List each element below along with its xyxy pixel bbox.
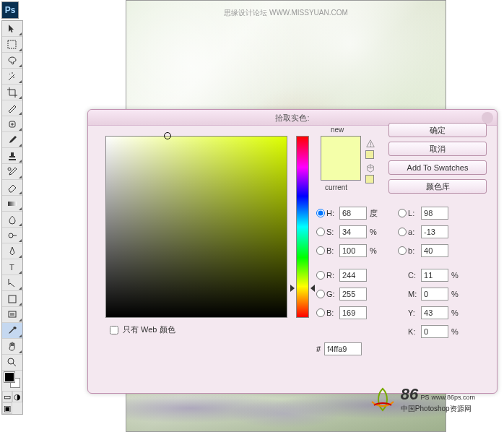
heal-tool[interactable]	[2, 116, 22, 132]
k-input[interactable]	[421, 325, 448, 338]
m-input[interactable]	[421, 288, 448, 301]
b-label: B:	[326, 246, 339, 255]
g-input[interactable]	[339, 288, 367, 301]
a-input[interactable]	[421, 225, 448, 238]
gamut-warning-icon[interactable]: !	[365, 139, 375, 149]
brush-tool[interactable]	[2, 132, 22, 148]
current-color-label: current	[325, 183, 347, 191]
quickmask-mode-icon[interactable]: ◑	[12, 391, 22, 402]
blur-tool[interactable]	[2, 212, 22, 228]
type-tool[interactable]: T	[2, 259, 22, 275]
canvas-watermark: 思缘设计论坛 WWW.MISSYUAN.COM	[224, 8, 348, 18]
path-tool[interactable]	[2, 275, 22, 291]
marquee-tool[interactable]	[2, 37, 22, 53]
hex-row: #	[316, 342, 362, 355]
r-radio[interactable]	[316, 271, 325, 280]
g-radio[interactable]	[316, 290, 325, 298]
color-library-button[interactable]: 颜色库	[388, 179, 487, 194]
stamp-tool[interactable]	[2, 148, 22, 164]
m-unit: %	[451, 290, 467, 298]
dodge-tool[interactable]	[2, 228, 22, 243]
move-tool[interactable]	[2, 21, 22, 37]
add-swatch-button[interactable]: Add To Swatches	[388, 160, 487, 175]
eraser-tool[interactable]	[2, 180, 22, 196]
color-field-cursor	[164, 132, 171, 139]
watermark-sub: 中国Photoshop资源网	[401, 404, 475, 414]
slice-tool[interactable]	[2, 100, 22, 116]
b-radio[interactable]	[316, 246, 325, 255]
color-fields: H:度 S:% B:% R: G: B: L: a: b: C:% M:% Y:…	[316, 204, 490, 341]
cancel-button[interactable]: 取消	[388, 142, 487, 156]
b-unit: %	[370, 246, 386, 255]
r-input[interactable]	[339, 269, 367, 282]
c-input[interactable]	[421, 269, 448, 282]
toolbar: T ▭ ◑ ▣	[1, 20, 23, 415]
hand-tool[interactable]	[2, 339, 22, 355]
bl-radio[interactable]	[316, 308, 325, 317]
s-label: S:	[326, 228, 339, 236]
crop-tool[interactable]	[2, 85, 22, 100]
websafe-swatch[interactable]	[365, 175, 374, 183]
app-logo: Ps	[1, 1, 19, 19]
hex-input[interactable]	[324, 342, 362, 355]
web-only-checkbox[interactable]: 只有 Web 颜色	[110, 324, 175, 335]
l-label: L:	[408, 209, 421, 217]
s-input[interactable]	[339, 225, 367, 238]
screen-mode-icon[interactable]: ▣	[2, 402, 12, 414]
c-label: C:	[408, 271, 421, 280]
wand-tool[interactable]	[2, 69, 22, 85]
watermark-logo-icon	[368, 385, 397, 414]
hex-label: #	[316, 345, 321, 353]
watermark-86ps: 86 PS www.86ps.com 中国Photoshop资源网	[368, 385, 475, 414]
gamut-swatch[interactable]	[365, 150, 374, 159]
shape-tool[interactable]	[2, 291, 22, 307]
watermark-86: 86	[401, 385, 418, 403]
s-radio[interactable]	[316, 228, 325, 236]
l-input[interactable]	[421, 207, 448, 220]
g-label: G:	[326, 290, 339, 298]
hue-slider-thumb[interactable]	[292, 285, 313, 292]
lb-input[interactable]	[421, 244, 448, 257]
foreground-color[interactable]	[4, 372, 14, 382]
close-icon[interactable]	[482, 112, 493, 124]
lb-radio[interactable]	[398, 246, 407, 255]
web-only-label: 只有 Web 颜色	[123, 324, 175, 335]
bl-label: B:	[326, 308, 339, 317]
lasso-tool[interactable]	[2, 53, 22, 69]
svg-rect-0	[8, 40, 16, 48]
svg-rect-6	[9, 295, 16, 303]
h-radio[interactable]	[316, 209, 325, 217]
watermark-url: www.86ps.com	[431, 394, 475, 401]
svg-rect-3	[8, 202, 17, 206]
m-label: M:	[408, 290, 421, 298]
zoom-tool[interactable]	[2, 355, 22, 371]
k-unit: %	[451, 327, 467, 336]
websafe-warning-icon[interactable]	[365, 163, 375, 173]
dialog-buttons: 确定 取消 Add To Swatches 颜色库	[388, 123, 487, 194]
color-preview	[321, 136, 361, 181]
lb-label: b:	[408, 246, 421, 255]
r-label: R:	[326, 271, 339, 280]
watermark-ps: PS	[420, 394, 429, 401]
color-picker-dialog: 拾取实色: new current ! 确定 取消 Add To Swatche…	[87, 109, 498, 394]
new-color-label: new	[331, 126, 344, 134]
color-field[interactable]	[105, 136, 287, 318]
bl-input[interactable]	[339, 306, 367, 319]
gradient-tool[interactable]	[2, 196, 22, 212]
standard-mode-icon[interactable]: ▭	[2, 391, 12, 402]
svg-point-8	[8, 358, 14, 364]
b-input[interactable]	[339, 244, 367, 257]
pen-tool[interactable]	[2, 243, 22, 259]
color-swatches[interactable]	[2, 371, 22, 391]
notes-tool[interactable]	[2, 307, 22, 323]
a-radio[interactable]	[398, 228, 407, 236]
h-input[interactable]	[339, 207, 367, 220]
svg-point-4	[9, 233, 13, 238]
l-radio[interactable]	[398, 209, 407, 217]
current-color-swatch[interactable]	[321, 158, 360, 180]
history-brush-tool[interactable]	[2, 164, 22, 180]
web-only-input[interactable]	[110, 326, 118, 334]
y-input[interactable]	[421, 306, 448, 319]
eyedropper-tool[interactable]	[2, 323, 22, 339]
ok-button[interactable]: 确定	[388, 123, 487, 137]
